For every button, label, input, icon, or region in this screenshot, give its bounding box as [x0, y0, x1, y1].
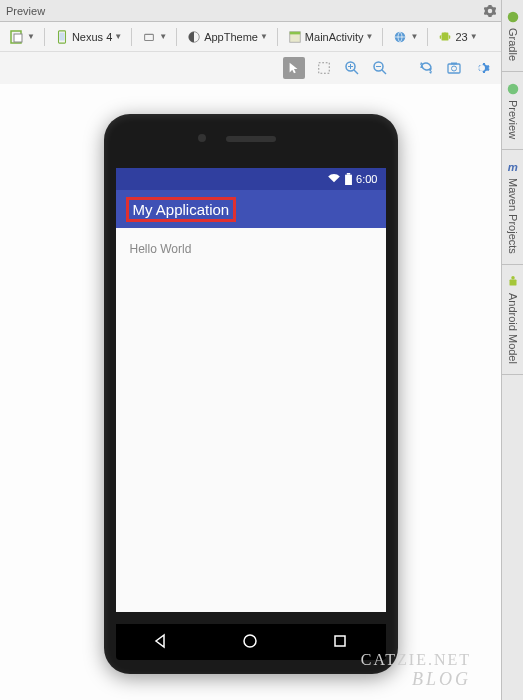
tab-maven-label: Maven Projects — [507, 178, 519, 254]
viewport-button[interactable] — [315, 59, 333, 77]
orientation-icon — [141, 29, 157, 45]
activity-dropdown[interactable]: MainActivity ▼ — [284, 27, 377, 47]
svg-rect-16 — [449, 35, 450, 39]
tab-android-model-label: Android Model — [507, 293, 519, 364]
device-screen: 6:00 My Application Hello World — [116, 168, 386, 612]
svg-rect-3 — [509, 279, 516, 285]
tab-preview[interactable]: Preview — [502, 72, 523, 150]
separator — [44, 28, 45, 46]
watermark-line2: BLOG — [361, 669, 471, 690]
locale-dropdown[interactable]: ▼ — [389, 27, 421, 47]
hello-world-text: Hello World — [130, 242, 192, 256]
device-icon — [54, 29, 70, 45]
tab-preview-label: Preview — [507, 100, 519, 139]
separator — [382, 28, 383, 46]
app-title-highlight: My Application — [126, 197, 237, 222]
navigation-bar — [116, 624, 386, 660]
svg-rect-8 — [59, 32, 64, 40]
settings-button[interactable] — [473, 59, 491, 77]
device-frame: 6:00 My Application Hello World — [104, 114, 398, 674]
svg-point-0 — [507, 12, 518, 23]
android-icon — [506, 275, 520, 289]
globe-icon — [392, 29, 408, 45]
activity-label: MainActivity — [305, 31, 364, 43]
chevron-down-icon: ▼ — [470, 32, 478, 41]
back-button[interactable] — [152, 633, 170, 651]
tab-gradle-label: Gradle — [507, 28, 519, 61]
primary-toolbar: ▼ Nexus 4 ▼ ▼ AppTheme ▼ — [0, 22, 501, 52]
app-bar: My Application — [116, 190, 386, 228]
svg-rect-25 — [347, 173, 350, 175]
configuration-dropdown[interactable]: ▼ — [6, 27, 38, 47]
tab-gradle[interactable]: Gradle — [502, 0, 523, 72]
maven-icon: m — [506, 160, 520, 174]
svg-rect-12 — [290, 31, 301, 34]
svg-point-17 — [442, 32, 449, 36]
svg-rect-6 — [14, 34, 22, 42]
recents-button[interactable] — [332, 633, 350, 651]
right-side-tabs: Gradle Preview m Maven Projects Android … — [501, 0, 523, 700]
theme-icon — [186, 29, 202, 45]
app-title: My Application — [133, 201, 230, 218]
panel-header: Preview — [0, 0, 523, 22]
svg-point-26 — [244, 635, 256, 647]
device-dropdown[interactable]: Nexus 4 ▼ — [51, 27, 125, 47]
chevron-down-icon: ▼ — [410, 32, 418, 41]
device-label: Nexus 4 — [72, 31, 112, 43]
home-button[interactable] — [242, 633, 260, 651]
battery-icon — [345, 173, 352, 185]
svg-rect-23 — [451, 63, 457, 65]
watermark: CATZIE.NET BLOG — [361, 651, 471, 690]
watermark-line1: CATZIE.NET — [361, 651, 471, 669]
android-api-icon — [437, 29, 453, 45]
chevron-down-icon: ▼ — [260, 32, 268, 41]
svg-point-22 — [452, 66, 457, 71]
separator — [131, 28, 132, 46]
gradle-icon — [506, 10, 520, 24]
status-bar: 6:00 — [116, 168, 386, 190]
svg-rect-15 — [440, 35, 441, 39]
gear-icon[interactable] — [483, 4, 497, 18]
api-dropdown[interactable]: 23 ▼ — [434, 27, 480, 47]
main-area: ▼ Nexus 4 ▼ ▼ AppTheme ▼ — [0, 22, 501, 700]
activity-icon — [287, 29, 303, 45]
svg-rect-9 — [145, 34, 154, 40]
chevron-down-icon: ▼ — [366, 32, 374, 41]
screenshot-button[interactable] — [445, 59, 463, 77]
chevron-down-icon: ▼ — [114, 32, 122, 41]
select-mode-button[interactable] — [283, 57, 305, 79]
svg-rect-18 — [319, 63, 330, 74]
svg-point-1 — [507, 84, 518, 95]
theme-dropdown[interactable]: AppTheme ▼ — [183, 27, 271, 47]
tab-maven[interactable]: m Maven Projects — [502, 150, 523, 265]
status-time: 6:00 — [356, 173, 377, 185]
activity-content: Hello World — [116, 228, 386, 270]
svg-rect-27 — [335, 636, 345, 646]
preview-tab-icon — [506, 82, 520, 96]
separator — [277, 28, 278, 46]
secondary-toolbar — [0, 52, 501, 84]
orientation-dropdown[interactable]: ▼ — [138, 27, 170, 47]
svg-rect-21 — [448, 64, 460, 73]
panel-title: Preview — [6, 5, 483, 17]
svg-point-4 — [511, 276, 515, 280]
svg-rect-24 — [345, 175, 352, 185]
preview-canvas: 6:00 My Application Hello World — [0, 84, 501, 700]
refresh-button[interactable] — [417, 59, 435, 77]
chevron-down-icon: ▼ — [159, 32, 167, 41]
separator — [176, 28, 177, 46]
theme-label: AppTheme — [204, 31, 258, 43]
svg-text:m: m — [507, 162, 517, 174]
zoom-in-button[interactable] — [343, 59, 361, 77]
separator — [427, 28, 428, 46]
api-label: 23 — [455, 31, 467, 43]
zoom-out-button[interactable] — [371, 59, 389, 77]
tab-android-model[interactable]: Android Model — [502, 265, 523, 375]
wifi-icon — [327, 174, 341, 184]
chevron-down-icon: ▼ — [27, 32, 35, 41]
layout-icon — [9, 29, 25, 45]
